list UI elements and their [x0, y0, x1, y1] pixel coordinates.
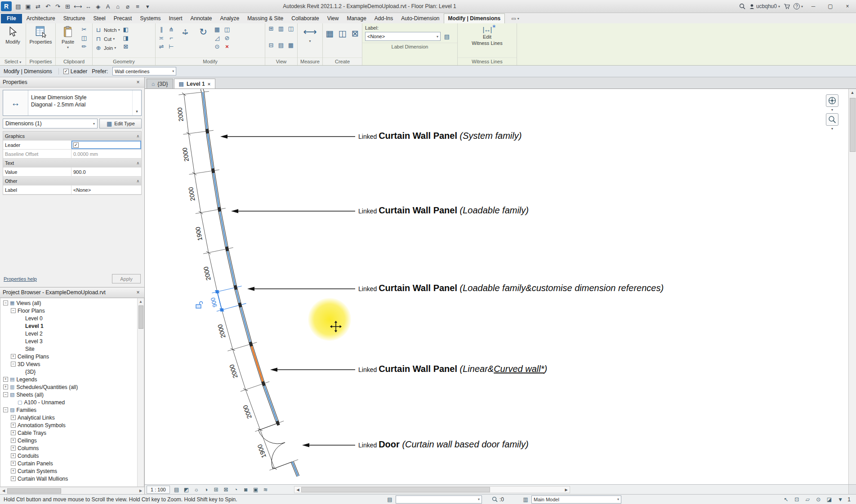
scroll-right-icon[interactable]: ▶	[563, 488, 570, 492]
tree-expand-toggle[interactable]: +	[11, 415, 16, 420]
tab-precast[interactable]: Precast	[110, 14, 136, 23]
view-tab-close-icon[interactable]: ×	[208, 81, 210, 87]
aligned-dimension-icon[interactable]: ↔	[84, 1, 93, 11]
scrollbar-thumb[interactable]	[138, 305, 143, 329]
ribbon-display-toggle[interactable]: ▭ ▾	[511, 16, 519, 23]
unpin-icon[interactable]: ⊘	[223, 34, 231, 42]
tab-modify-dimensions[interactable]: Modify | Dimensions	[444, 13, 505, 23]
project-browser-horizontal-scrollbar[interactable]: ◀ ▶	[0, 487, 144, 494]
create-parameter-icon[interactable]: ▤	[443, 33, 451, 40]
canvas-vertical-scrollbar[interactable]: ▲	[848, 89, 856, 484]
tree-expand-toggle[interactable]: −	[3, 392, 8, 397]
properties-help-link[interactable]: Properties help	[4, 276, 37, 282]
tree-expand-toggle[interactable]: +	[11, 438, 16, 443]
filter-icon[interactable]: ▼	[836, 495, 844, 504]
scroll-up-icon[interactable]: ▲	[139, 298, 143, 305]
tab-annotate[interactable]: Annotate	[186, 14, 216, 23]
properties-section-graphics[interactable]: Graphics∧	[3, 132, 141, 141]
scroll-left-icon[interactable]: ◀	[294, 488, 301, 492]
tree-item-views-all-[interactable]: −▦Views (all)	[0, 299, 137, 307]
default-3d-view-icon[interactable]: ⌂	[113, 1, 123, 11]
select-links-icon[interactable]: ⊡	[793, 495, 801, 504]
tab-steel[interactable]: Steel	[89, 14, 109, 23]
tab-auto-dimension[interactable]: Auto-Dimension	[397, 14, 443, 23]
sync-icon[interactable]: ⇄	[33, 1, 43, 11]
tab-insert[interactable]: Insert	[165, 14, 186, 23]
group-icon[interactable]: ◫	[223, 26, 231, 33]
open-icon[interactable]: ▤	[13, 1, 23, 11]
design-options-select[interactable]: Main Model ▾	[531, 495, 621, 504]
scroll-left-icon[interactable]: ◀	[0, 489, 7, 493]
scale-icon[interactable]: ◿	[213, 34, 221, 42]
undo-icon[interactable]: ↶	[43, 1, 53, 11]
view-scale-button[interactable]: 1 : 100	[147, 486, 170, 494]
tree-item-level-3[interactable]: Level 3	[0, 337, 137, 345]
measure-icon[interactable]: ⟷	[73, 1, 83, 11]
property-value[interactable]: ✓	[71, 141, 141, 149]
tree-item-level-2[interactable]: Level 2	[0, 330, 137, 337]
tree-expand-toggle[interactable]: +	[11, 453, 16, 458]
sun-path-icon[interactable]: ☼	[192, 486, 201, 494]
tree-expand-toggle[interactable]: +	[3, 377, 8, 382]
override-graphics-icon[interactable]: ◫	[287, 25, 295, 32]
design-options-icon[interactable]: ▥	[522, 495, 530, 504]
tab-structure[interactable]: Structure	[59, 14, 89, 23]
edit-witness-lines-button[interactable]: |↔|∗ Edit Witness Lines	[467, 25, 508, 47]
zoom-button[interactable]	[826, 113, 838, 126]
tab-analyze[interactable]: Analyze	[216, 14, 244, 23]
tree-expand-toggle[interactable]: −	[3, 407, 8, 412]
pin-icon[interactable]: ⊙	[213, 43, 221, 50]
scrollbar-thumb[interactable]	[850, 98, 856, 152]
tree-item-level-1[interactable]: Level 1	[0, 322, 137, 330]
tab-architecture[interactable]: Architecture	[22, 14, 59, 23]
geometry-cut-button[interactable]: ⊓Cut▾	[94, 35, 120, 43]
tree-item-sheets-all-[interactable]: −▧Sheets (all)	[0, 391, 137, 398]
panel-label-select[interactable]: Select ▾	[0, 57, 26, 65]
element-filter-select[interactable]: Dimensions (1) ▾	[3, 119, 98, 128]
crop-view-icon[interactable]: ⊞	[212, 486, 220, 494]
close-button[interactable]: ×	[841, 1, 854, 11]
annotation-label[interactable]: Linked Curtain Wall Panel (Loadable fami…	[358, 205, 529, 216]
collapse-icon[interactable]: ∧	[136, 134, 139, 138]
visual-style-icon[interactable]: ◩	[183, 486, 191, 494]
project-browser-vertical-scrollbar[interactable]: ▲	[137, 298, 144, 486]
revit-logo[interactable]: R	[1, 1, 12, 11]
property-value[interactable]: <None>	[71, 186, 141, 194]
unhide-icon[interactable]: ⊟	[267, 41, 275, 49]
worksets-icon[interactable]: ▤	[386, 495, 394, 504]
temporary-hide-isolate-icon[interactable]: ◔	[232, 486, 240, 494]
geometry-join-button[interactable]: ⊕Join▾	[94, 44, 120, 52]
dropdown-icon[interactable]: ▾	[118, 28, 120, 32]
tree-item-curtain-panels[interactable]: +Curtain Panels	[0, 460, 137, 467]
tab-add-ins[interactable]: Add-Ins	[370, 14, 397, 23]
tree-item-curtain-wall-mullions[interactable]: +Curtain Wall Mullions	[0, 475, 137, 482]
offset-icon[interactable]: ≍	[157, 34, 165, 42]
move-button[interactable]: ↔↕	[177, 25, 193, 38]
tree-item-columns[interactable]: +Columns	[0, 444, 137, 452]
geometry-notch-button[interactable]: ⊔Notch▾	[94, 26, 120, 34]
properties-section-other[interactable]: Other∧	[3, 177, 141, 186]
create-similar-icon[interactable]: ◫	[337, 27, 347, 40]
tree-expand-toggle[interactable]: +	[11, 469, 16, 473]
signin-user[interactable]: ucbqhu0 ▾	[749, 3, 780, 9]
tree-item-curtain-systems[interactable]: +Curtain Systems	[0, 467, 137, 475]
tab-manage[interactable]: Manage	[343, 14, 370, 23]
tree-item-floor-plans[interactable]: −Floor Plans	[0, 307, 137, 314]
scroll-up-icon[interactable]: ▲	[851, 89, 855, 96]
editing-requests-group[interactable]: :0	[492, 495, 504, 504]
zoom-dropdown-icon[interactable]: ▾	[831, 127, 833, 131]
scrollbar-thumb[interactable]	[7, 488, 61, 494]
edit-type-button[interactable]: ▦ Edit Type	[99, 119, 142, 128]
tab-systems[interactable]: Systems	[136, 14, 165, 23]
canvas-horizontal-scrollbar[interactable]: ◀ ▶	[294, 486, 570, 493]
apply-button[interactable]: Apply	[112, 274, 141, 283]
demolish-icon[interactable]: ⊠	[122, 43, 130, 50]
annotation-label[interactable]: Linked Curtain Wall Panel (Linear&Curved…	[358, 364, 547, 374]
text-icon[interactable]: A	[103, 1, 113, 11]
redo-icon[interactable]: ↷	[53, 1, 62, 11]
tree-item-cable-trays[interactable]: +Cable Trays	[0, 429, 137, 437]
paint-icon[interactable]: ◧	[122, 26, 130, 33]
modify-button[interactable]: Modify	[2, 25, 24, 45]
tree-item-level-0[interactable]: Level 0	[0, 314, 137, 322]
collapse-icon[interactable]: ∧	[136, 161, 139, 165]
